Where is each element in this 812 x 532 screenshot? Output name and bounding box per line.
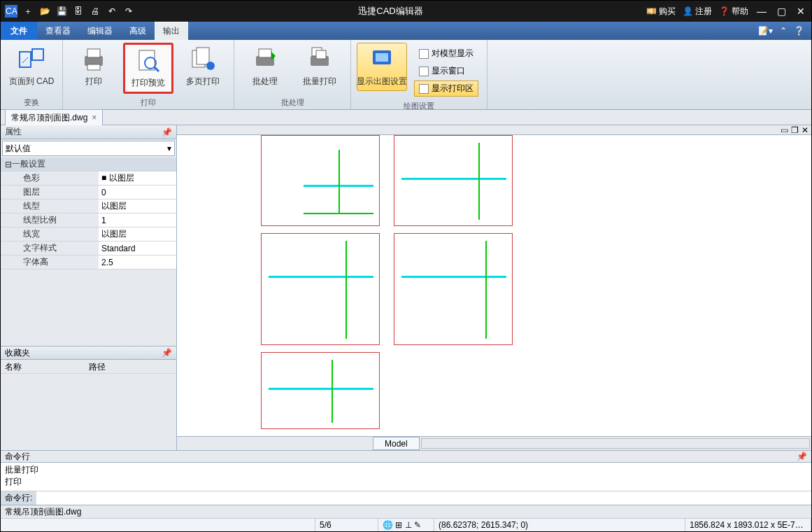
- left-panel: 属性 📌 默认值▾ ⊟ 一般设置 色彩■ 以图层 图层0 线型以图层 线型比例1…: [1, 125, 177, 450]
- register-link[interactable]: 👤 注册: [683, 6, 712, 18]
- drawing-canvas[interactable]: [177, 135, 811, 436]
- buy-link[interactable]: 💴 购买: [646, 6, 676, 18]
- tab-editor[interactable]: 编辑器: [79, 22, 121, 40]
- horizontal-scrollbar[interactable]: [421, 438, 810, 449]
- svg-rect-14: [259, 49, 271, 57]
- group-transform: 页面到 CAD 变换: [1, 40, 63, 109]
- favorites-header: 收藏夹 📌: [1, 346, 176, 360]
- group-print: 打印 打印预览 多页打印 打印: [63, 40, 234, 109]
- help-link[interactable]: ❓ 帮助: [719, 6, 748, 18]
- multi-print-button[interactable]: 多页打印: [178, 43, 228, 91]
- commandline-header: 命令行 📌: [1, 450, 811, 463]
- pin-icon[interactable]: 📌: [797, 451, 807, 461]
- commandline-output: 批量打印 打印: [1, 463, 811, 491]
- chk-model-display[interactable]: 对模型显示: [414, 46, 478, 62]
- property-selector[interactable]: 默认值▾: [2, 141, 175, 156]
- group-plot-settings: 显示出图设置 对模型显示 显示窗口 显示打印区 绘图设置: [351, 40, 487, 109]
- prop-row[interactable]: 线宽以图层: [1, 227, 176, 241]
- prop-row[interactable]: 色彩■ 以图层: [1, 172, 176, 186]
- ribbon: 页面到 CAD 变换 打印 打印预览 多页打印 打印 批处理: [1, 40, 811, 110]
- canvas-close-icon[interactable]: ✕: [802, 125, 809, 135]
- batch-print-button[interactable]: 批量打印: [294, 43, 345, 91]
- group-label: 变换: [6, 96, 57, 108]
- ribbon-help-icon[interactable]: ❔: [794, 26, 804, 36]
- status-coords: (86.62378; 2615.347; 0): [434, 519, 685, 531]
- save-icon[interactable]: 💾: [55, 5, 68, 18]
- svg-rect-19: [376, 53, 388, 62]
- redo-icon[interactable]: ↷: [122, 5, 135, 18]
- pin-icon[interactable]: 📌: [162, 348, 172, 358]
- chk-show-print-area[interactable]: 显示打印区: [414, 80, 478, 97]
- status-pages: 5/6: [315, 519, 378, 531]
- commandline-prompt: 命令行:: [1, 491, 36, 505]
- document-tabs: 常规吊顶剖面图.dwg ×: [1, 110, 811, 125]
- svg-line-9: [155, 67, 159, 71]
- menu-bar: 文件 查看器 编辑器 高级 输出 📝▾ ⌃ ❔: [1, 22, 811, 40]
- svg-rect-11: [197, 48, 209, 64]
- status-filename: 常规吊顶剖面图.dwg: [5, 506, 81, 518]
- pin-icon[interactable]: 📌: [162, 127, 172, 137]
- app-title: 迅捷CAD编辑器: [135, 5, 646, 18]
- close-doc-icon[interactable]: ×: [92, 113, 97, 122]
- tab-output[interactable]: 输出: [155, 22, 188, 40]
- minimize-button[interactable]: —: [755, 5, 768, 18]
- prop-row[interactable]: 线型以图层: [1, 200, 176, 214]
- svg-text:CAD: CAD: [6, 6, 17, 16]
- close-button[interactable]: ✕: [795, 5, 807, 18]
- maximize-button[interactable]: ▢: [775, 5, 788, 18]
- new-icon[interactable]: ＋: [22, 5, 34, 18]
- svg-point-12: [206, 62, 215, 70]
- status-dimensions: 1856.824 x 1893.012 x 5E-7…: [685, 519, 811, 531]
- svg-rect-3: [32, 49, 43, 60]
- batch-button[interactable]: 批处理: [240, 43, 290, 91]
- group-label: 打印: [69, 96, 228, 108]
- group-label: 批处理: [240, 96, 345, 108]
- page-to-cad-button[interactable]: 页面到 CAD: [6, 43, 57, 91]
- document-tab[interactable]: 常规吊顶剖面图.dwg ×: [5, 109, 103, 126]
- file-menu[interactable]: 文件: [1, 22, 37, 40]
- saveall-icon[interactable]: 🗄: [72, 5, 85, 18]
- svg-rect-5: [87, 49, 100, 57]
- tab-viewer[interactable]: 查看器: [37, 22, 79, 40]
- print-icon[interactable]: 🖨: [89, 5, 101, 18]
- print-button[interactable]: 打印: [69, 43, 119, 91]
- title-bar: CAD ＋ 📂 💾 🗄 🖨 ↶ ↷ 迅捷CAD编辑器 💴 购买 👤 注册 ❓ 帮…: [1, 1, 811, 22]
- app-logo: CAD: [5, 5, 17, 18]
- svg-rect-17: [316, 50, 326, 59]
- status-icons[interactable]: 🌐 ⊞ ⊥ ✎: [378, 519, 434, 531]
- svg-rect-6: [87, 64, 100, 70]
- commandline-input-row: 命令行:: [1, 491, 811, 505]
- svg-rect-2: [20, 52, 31, 67]
- chk-show-window[interactable]: 显示窗口: [414, 63, 478, 79]
- open-icon[interactable]: 📂: [38, 5, 51, 18]
- ribbon-style-icon[interactable]: 📝▾: [758, 26, 773, 36]
- ribbon-min-icon[interactable]: ⌃: [780, 26, 787, 36]
- group-batch: 批处理 批量打印 批处理: [234, 40, 351, 109]
- undo-icon[interactable]: ↶: [106, 5, 118, 18]
- print-preview-button[interactable]: 打印预览: [123, 43, 173, 94]
- status-bar: 常规吊顶剖面图.dwg 5/6 🌐 ⊞ ⊥ ✎ (86.62378; 2615.…: [1, 505, 811, 531]
- properties-header: 属性 📌: [1, 125, 176, 139]
- prop-row[interactable]: 图层0: [1, 186, 176, 200]
- prop-row[interactable]: 文字样式Standard: [1, 241, 176, 255]
- model-tab-strip: Model: [177, 436, 811, 450]
- favorites-columns: 名称路径: [1, 360, 176, 374]
- canvas-max-icon[interactable]: ❐: [791, 125, 799, 135]
- prop-row[interactable]: 字体高2.5: [1, 255, 176, 270]
- model-tab[interactable]: Model: [373, 437, 420, 450]
- prop-row[interactable]: 线型比例1: [1, 214, 176, 227]
- property-grid: ⊟ 一般设置 色彩■ 以图层 图层0 线型以图层 线型比例1 线宽以图层 文字样…: [1, 158, 176, 270]
- canvas-area: ▭ ❐ ✕: [177, 125, 811, 450]
- plot-settings-button[interactable]: 显示出图设置: [357, 43, 407, 91]
- canvas-restore-icon[interactable]: ▭: [781, 125, 788, 135]
- chevron-down-icon[interactable]: ▾: [167, 144, 171, 153]
- commandline-input[interactable]: [36, 491, 811, 505]
- tab-advanced[interactable]: 高级: [121, 22, 155, 40]
